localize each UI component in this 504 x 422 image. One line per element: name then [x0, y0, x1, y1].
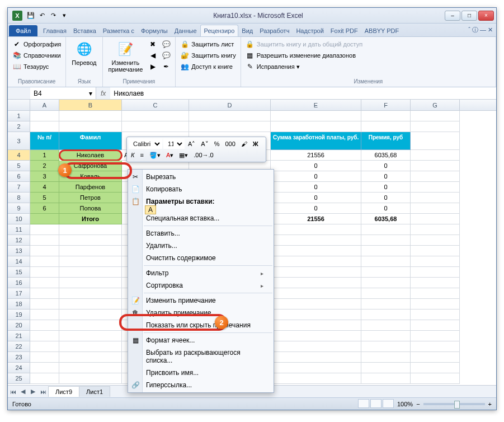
border-icon[interactable]: ▦▾: [177, 150, 190, 160]
ctx-paste-a[interactable]: A: [128, 208, 274, 212]
name-box[interactable]: B4▾: [30, 87, 96, 99]
cell-E4[interactable]: 21556: [271, 150, 361, 161]
maximize-button[interactable]: □: [461, 11, 477, 21]
decrease-decimal-icon[interactable]: .00→.0: [191, 150, 215, 160]
comma-icon[interactable]: 000: [223, 139, 237, 149]
tab-view[interactable]: Вид: [238, 25, 256, 36]
format-painter-icon[interactable]: 🖌: [239, 139, 249, 149]
ctx-dropdown-list[interactable]: Выбрать из раскрывающегося списка...: [128, 346, 274, 367]
zoom-level[interactable]: 100%: [397, 401, 413, 407]
save-icon[interactable]: 💾: [26, 11, 36, 21]
row-1[interactable]: 1: [8, 111, 30, 121]
cell-A4[interactable]: 1: [30, 150, 59, 161]
cell-F4[interactable]: 6035,68: [361, 150, 411, 161]
translate-button[interactable]: 🌐 Перевод: [69, 39, 98, 67]
row-10[interactable]: 10: [8, 214, 30, 224]
zoom-slider[interactable]: [423, 403, 485, 405]
italic-icon[interactable]: К: [129, 150, 136, 160]
mini-toolbar[interactable]: Calibri 11 A˄ A˅ % 000 🖌 Ж К ≡ 🪣▾ A▾ ▦▾ …: [126, 137, 266, 162]
row-4[interactable]: 4: [8, 150, 30, 161]
ctx-paste-special[interactable]: Специальная вставка...: [128, 212, 274, 224]
col-A[interactable]: A: [30, 100, 59, 110]
formula-bar[interactable]: Николаев: [110, 87, 496, 99]
protect-sheet-button[interactable]: 🔒Защитить лист: [179, 39, 237, 49]
shrink-font-icon[interactable]: A˅: [199, 139, 210, 149]
tab-layout[interactable]: Разметка с: [100, 25, 138, 36]
ctx-hyperlink[interactable]: 🔗Гиперссылка...: [128, 379, 274, 391]
share-book-button[interactable]: 👥Доступ к книге: [179, 62, 237, 72]
ctx-filter[interactable]: Фильтр▸: [128, 267, 274, 279]
grow-font-icon[interactable]: A˄: [186, 139, 197, 149]
font-select[interactable]: Calibri: [129, 139, 162, 149]
sheet-tab-2[interactable]: Лист1: [79, 386, 110, 397]
ctx-delete[interactable]: Удалить...: [128, 240, 274, 252]
allow-ranges-button[interactable]: ▦Разрешить изменение диапазонов: [244, 50, 492, 60]
protect-book-button[interactable]: 🔐Защитить книгу: [179, 50, 237, 60]
redo-icon[interactable]: ↷: [48, 11, 58, 21]
sheet-nav-next[interactable]: ▶: [28, 388, 38, 395]
thesaurus-button[interactable]: 📖Тезаурус: [11, 62, 62, 72]
sheet-nav-first[interactable]: ⏮: [8, 388, 18, 395]
ctx-delete-comment[interactable]: 🗑Удалить примечание: [128, 307, 274, 319]
ctx-sort[interactable]: Сортировка▸: [128, 279, 274, 292]
bold-icon[interactable]: Ж: [251, 139, 261, 149]
chevron-down-icon[interactable]: ▾: [89, 90, 92, 97]
row-6[interactable]: 6: [8, 171, 30, 182]
view-buttons[interactable]: [357, 399, 394, 409]
ctx-copy[interactable]: 📄Копировать: [128, 183, 274, 195]
ctx-insert[interactable]: Вставить...: [128, 227, 274, 240]
tab-foxit[interactable]: Foxit PDF: [327, 25, 361, 36]
edit-comment-button[interactable]: 📝 Изменить примечание: [106, 39, 145, 74]
sheet-tab-1[interactable]: Лист9: [48, 386, 79, 397]
size-select[interactable]: 11: [163, 139, 185, 149]
percent-icon[interactable]: %: [212, 139, 222, 149]
select-all-corner[interactable]: [8, 100, 30, 110]
show-all-button[interactable]: 💬: [161, 50, 172, 60]
tab-review[interactable]: Рецензиро: [200, 25, 239, 36]
cell-B4[interactable]: Николаев: [59, 150, 122, 161]
fx-icon[interactable]: fx: [96, 90, 110, 97]
row-8[interactable]: 8: [8, 193, 30, 203]
ctx-cut[interactable]: ✂Вырезать: [128, 171, 274, 183]
ctx-clear[interactable]: Очистить содержимое: [128, 252, 274, 264]
zoom-out-icon[interactable]: −: [416, 401, 420, 407]
prev-comment-button[interactable]: ◀: [147, 50, 158, 60]
undo-icon[interactable]: ↶: [37, 11, 47, 21]
sheet-nav-prev[interactable]: ◀: [18, 388, 28, 395]
row-9[interactable]: 9: [8, 203, 30, 214]
tab-file[interactable]: Файл: [9, 25, 37, 36]
tab-addins[interactable]: Надстрой: [293, 25, 327, 36]
col-D[interactable]: D: [189, 100, 271, 110]
tab-developer[interactable]: Разработч: [256, 25, 293, 36]
font-color-icon[interactable]: A▾: [164, 150, 176, 160]
col-G[interactable]: G: [411, 100, 460, 110]
close-button[interactable]: ×: [478, 11, 494, 21]
ctx-edit-comment[interactable]: 📝Изменить примечание: [128, 294, 274, 307]
track-changes-button[interactable]: ✎Исправления ▾: [244, 62, 492, 72]
tab-insert[interactable]: Вставка: [70, 25, 100, 36]
ctx-format-cells[interactable]: ▦Формат ячеек...: [128, 334, 274, 346]
qat-dropdown-icon[interactable]: ▾: [59, 11, 69, 21]
row-2[interactable]: 2: [8, 121, 30, 132]
tab-abbyy[interactable]: ABBYY PDF: [361, 25, 403, 36]
col-C[interactable]: C: [122, 100, 189, 110]
zoom-in-icon[interactable]: +: [488, 401, 492, 407]
tab-data[interactable]: Данные: [171, 25, 200, 36]
spelling-button[interactable]: ✔Орфография: [11, 39, 62, 49]
ribbon-help[interactable]: ˆ ⓘ — ✕: [465, 24, 496, 36]
col-F[interactable]: F: [361, 100, 411, 110]
fill-color-icon[interactable]: 🪣▾: [147, 150, 163, 160]
tab-formulas[interactable]: Формулы: [138, 25, 171, 36]
ctx-define-name[interactable]: Присвоить имя...: [128, 367, 274, 379]
show-ink-button[interactable]: ✒: [161, 62, 172, 72]
minimize-button[interactable]: –: [445, 11, 460, 21]
col-E[interactable]: E: [271, 100, 361, 110]
col-B[interactable]: B: [59, 100, 122, 110]
next-comment-button[interactable]: ▶: [147, 62, 158, 72]
delete-comment-button[interactable]: ✖: [147, 39, 158, 49]
row-7[interactable]: 7: [8, 182, 30, 193]
row-5[interactable]: 5: [8, 161, 30, 171]
tab-home[interactable]: Главная: [40, 25, 70, 36]
show-comment-button[interactable]: 💬: [161, 39, 172, 49]
ctx-showhide-comments[interactable]: Показать или скрыть примечания: [128, 319, 274, 331]
